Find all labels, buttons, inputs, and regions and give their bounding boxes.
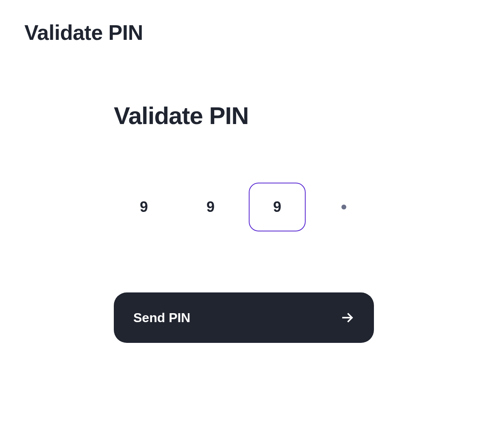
pin-digit-2[interactable]: 9	[182, 183, 239, 231]
main-content: Validate PIN 9 9 9 Send PIN	[114, 102, 374, 343]
pin-empty-dot-icon	[341, 205, 346, 209]
send-pin-button[interactable]: Send PIN	[114, 292, 374, 343]
arrow-right-icon	[340, 310, 354, 325]
pin-input-row: 9 9 9	[114, 183, 374, 231]
send-pin-button-label: Send PIN	[133, 310, 190, 325]
section-heading: Validate PIN	[114, 102, 374, 130]
pin-digit-3[interactable]: 9	[249, 183, 306, 231]
page-title: Validate PIN	[24, 20, 480, 45]
pin-digit-1[interactable]: 9	[115, 183, 172, 231]
pin-digit-4[interactable]	[315, 183, 372, 231]
